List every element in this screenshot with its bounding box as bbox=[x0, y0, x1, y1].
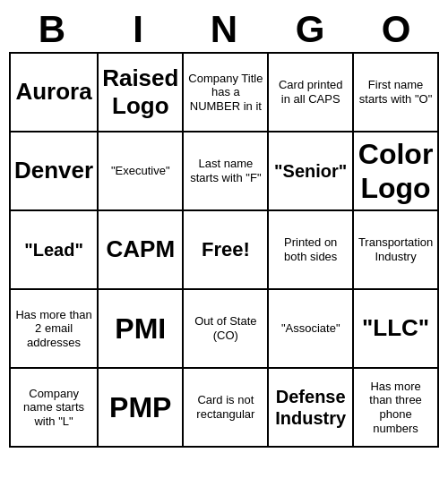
bingo-cell: Out of State (CO) bbox=[184, 290, 269, 369]
header-i: I bbox=[95, 7, 181, 52]
bingo-cell: Transportation Industry bbox=[354, 211, 439, 290]
bingo-cell: "LLC" bbox=[354, 290, 439, 369]
bingo-cell: Denver bbox=[11, 132, 99, 211]
bingo-cell: Free! bbox=[184, 211, 269, 290]
bingo-cell: "Associate" bbox=[269, 290, 354, 369]
bingo-cell: Color Logo bbox=[354, 132, 439, 211]
bingo-cell: First name starts with "O" bbox=[354, 54, 439, 132]
bingo-cell: Has more than three phone numbers bbox=[354, 369, 439, 448]
bingo-cell: Last name starts with "F" bbox=[184, 132, 269, 211]
bingo-cell: Defense Industry bbox=[269, 369, 354, 448]
header-n: N bbox=[181, 7, 267, 52]
bingo-cell: Company Title has a NUMBER in it bbox=[184, 54, 269, 132]
bingo-cell: Aurora bbox=[11, 54, 99, 132]
bingo-cell: Card printed in all CAPS bbox=[269, 54, 354, 132]
bingo-cell: "Senior" bbox=[269, 132, 354, 211]
bingo-cell: Card is not rectangular bbox=[184, 369, 269, 448]
bingo-cell: "Executive" bbox=[99, 132, 184, 211]
header-o: O bbox=[353, 7, 439, 52]
bingo-cell: "Lead" bbox=[11, 211, 99, 290]
bingo-cell: Raised Logo bbox=[99, 54, 184, 132]
bingo-cell: PMI bbox=[99, 290, 184, 369]
bingo-header: B I N G O bbox=[9, 7, 439, 52]
bingo-cell: CAPM bbox=[99, 211, 184, 290]
bingo-cell: Printed on both sides bbox=[269, 211, 354, 290]
header-g: G bbox=[267, 7, 353, 52]
header-b: B bbox=[9, 7, 95, 52]
bingo-cell: Has more than 2 email addresses bbox=[11, 290, 99, 369]
bingo-grid: AuroraRaised LogoCompany Title has a NUM… bbox=[9, 52, 439, 448]
bingo-cell: Company name starts with "L" bbox=[11, 369, 99, 448]
bingo-cell: PMP bbox=[99, 369, 184, 448]
